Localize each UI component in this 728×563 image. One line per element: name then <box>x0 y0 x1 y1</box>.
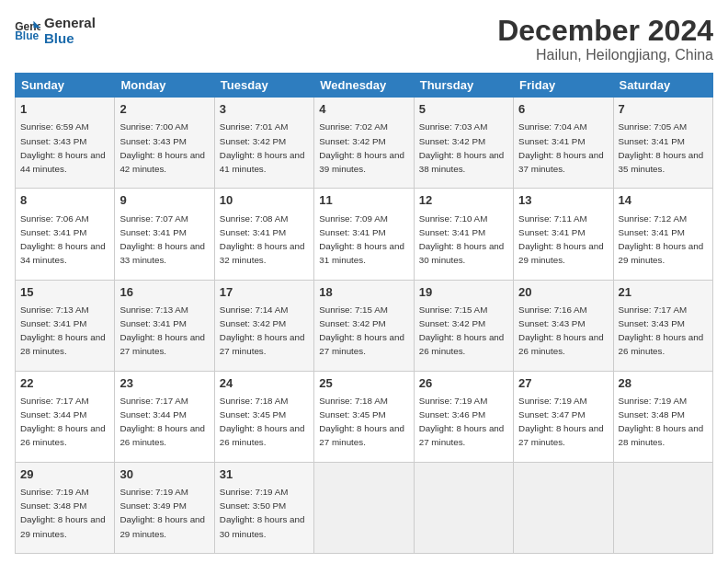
day-info: Sunrise: 7:19 AMSunset: 3:48 PMDaylight:… <box>619 396 704 448</box>
day-number: 3 <box>220 101 309 118</box>
table-row: 9 Sunrise: 7:07 AMSunset: 3:41 PMDayligh… <box>115 189 214 280</box>
day-info: Sunrise: 7:19 AMSunset: 3:46 PMDaylight:… <box>419 396 505 448</box>
table-row: 3 Sunrise: 7:01 AMSunset: 3:42 PMDayligh… <box>214 98 313 189</box>
table-row: 14 Sunrise: 7:12 AMSunset: 3:41 PMDaylig… <box>613 189 712 280</box>
day-number: 14 <box>619 192 708 209</box>
day-number: 17 <box>220 284 309 301</box>
table-row: 18 Sunrise: 7:15 AMSunset: 3:42 PMDaylig… <box>314 280 414 371</box>
main-title: December 2024 <box>497 15 713 47</box>
table-row: 5 Sunrise: 7:03 AMSunset: 3:42 PMDayligh… <box>414 98 513 189</box>
table-row: 31 Sunrise: 7:19 AMSunset: 3:50 PMDaylig… <box>214 462 313 553</box>
svg-text:Blue: Blue <box>15 29 39 41</box>
col-wednesday: Wednesday <box>314 74 414 98</box>
day-number: 18 <box>319 284 408 301</box>
day-number: 31 <box>220 466 309 483</box>
day-info: Sunrise: 7:19 AMSunset: 3:50 PMDaylight:… <box>220 487 305 539</box>
calendar-row-1: 1 Sunrise: 6:59 AMSunset: 3:43 PMDayligh… <box>16 98 713 189</box>
day-info: Sunrise: 7:06 AMSunset: 3:41 PMDaylight:… <box>20 213 106 266</box>
day-number: 21 <box>619 284 708 301</box>
table-row: 24 Sunrise: 7:18 AMSunset: 3:45 PMDaylig… <box>214 371 313 462</box>
day-number: 1 <box>20 101 109 118</box>
day-info: Sunrise: 7:17 AMSunset: 3:44 PMDaylight:… <box>20 396 106 448</box>
logo: General Blue General Blue <box>15 15 96 47</box>
day-number: 20 <box>518 284 608 301</box>
table-row: 21 Sunrise: 7:17 AMSunset: 3:43 PMDaylig… <box>613 280 712 371</box>
day-info: Sunrise: 7:14 AMSunset: 3:42 PMDaylight:… <box>220 304 305 357</box>
day-info: Sunrise: 7:15 AMSunset: 3:42 PMDaylight:… <box>319 304 404 357</box>
day-number: 16 <box>119 284 209 301</box>
calendar-table: Sunday Monday Tuesday Wednesday Thursday… <box>15 73 713 554</box>
table-row: 15 Sunrise: 7:13 AMSunset: 3:41 PMDaylig… <box>16 280 115 371</box>
day-number: 30 <box>119 466 209 483</box>
day-info: Sunrise: 7:19 AMSunset: 3:48 PMDaylight:… <box>20 487 106 539</box>
table-row: 25 Sunrise: 7:18 AMSunset: 3:45 PMDaylig… <box>314 371 414 462</box>
day-number: 28 <box>619 375 708 392</box>
table-row: 2 Sunrise: 7:00 AMSunset: 3:43 PMDayligh… <box>115 98 214 189</box>
table-row: 7 Sunrise: 7:05 AMSunset: 3:41 PMDayligh… <box>613 98 712 189</box>
header-row: Sunday Monday Tuesday Wednesday Thursday… <box>16 74 713 98</box>
table-row: 28 Sunrise: 7:19 AMSunset: 3:48 PMDaylig… <box>613 371 712 462</box>
table-row: 10 Sunrise: 7:08 AMSunset: 3:41 PMDaylig… <box>214 189 313 280</box>
table-row: 27 Sunrise: 7:19 AMSunset: 3:47 PMDaylig… <box>514 371 613 462</box>
day-info: Sunrise: 7:09 AMSunset: 3:41 PMDaylight:… <box>319 213 404 266</box>
day-number: 25 <box>319 375 408 392</box>
table-row: 1 Sunrise: 6:59 AMSunset: 3:43 PMDayligh… <box>16 98 115 189</box>
logo-general: General <box>44 15 96 30</box>
table-row: 19 Sunrise: 7:15 AMSunset: 3:42 PMDaylig… <box>414 280 513 371</box>
table-row: 11 Sunrise: 7:09 AMSunset: 3:41 PMDaylig… <box>314 189 414 280</box>
table-row <box>514 462 613 553</box>
day-info: Sunrise: 7:04 AMSunset: 3:41 PMDaylight:… <box>518 121 604 174</box>
table-row: 16 Sunrise: 7:13 AMSunset: 3:41 PMDaylig… <box>115 280 214 371</box>
table-row: 8 Sunrise: 7:06 AMSunset: 3:41 PMDayligh… <box>16 189 115 280</box>
col-friday: Friday <box>514 74 613 98</box>
table-row: 23 Sunrise: 7:17 AMSunset: 3:44 PMDaylig… <box>115 371 214 462</box>
day-number: 5 <box>419 101 508 118</box>
day-info: Sunrise: 7:07 AMSunset: 3:41 PMDaylight:… <box>119 213 205 266</box>
header: General Blue General Blue December 2024 … <box>15 15 713 63</box>
col-saturday: Saturday <box>613 74 712 98</box>
col-thursday: Thursday <box>414 74 513 98</box>
logo-blue: Blue <box>44 30 96 46</box>
day-info: Sunrise: 7:05 AMSunset: 3:41 PMDaylight:… <box>619 121 704 174</box>
day-number: 26 <box>419 375 508 392</box>
day-number: 22 <box>20 375 109 392</box>
table-row <box>414 462 513 553</box>
calendar-row-2: 8 Sunrise: 7:06 AMSunset: 3:41 PMDayligh… <box>16 189 713 280</box>
page: General Blue General Blue December 2024 … <box>0 0 728 563</box>
day-number: 19 <box>419 284 508 301</box>
day-number: 27 <box>518 375 608 392</box>
day-info: Sunrise: 7:15 AMSunset: 3:42 PMDaylight:… <box>419 304 505 357</box>
table-row: 26 Sunrise: 7:19 AMSunset: 3:46 PMDaylig… <box>414 371 513 462</box>
day-info: Sunrise: 7:18 AMSunset: 3:45 PMDaylight:… <box>220 396 305 448</box>
table-row: 6 Sunrise: 7:04 AMSunset: 3:41 PMDayligh… <box>514 98 613 189</box>
day-info: Sunrise: 7:01 AMSunset: 3:42 PMDaylight:… <box>220 121 305 174</box>
logo-icon: General Blue <box>15 19 40 41</box>
calendar-row-4: 22 Sunrise: 7:17 AMSunset: 3:44 PMDaylig… <box>16 371 713 462</box>
table-row: 20 Sunrise: 7:16 AMSunset: 3:43 PMDaylig… <box>514 280 613 371</box>
table-row: 30 Sunrise: 7:19 AMSunset: 3:49 PMDaylig… <box>115 462 214 553</box>
table-row: 4 Sunrise: 7:02 AMSunset: 3:42 PMDayligh… <box>314 98 414 189</box>
col-tuesday: Tuesday <box>214 74 313 98</box>
day-info: Sunrise: 7:13 AMSunset: 3:41 PMDaylight:… <box>119 304 205 357</box>
day-number: 10 <box>220 192 309 209</box>
day-info: Sunrise: 7:03 AMSunset: 3:42 PMDaylight:… <box>419 121 505 174</box>
table-row: 22 Sunrise: 7:17 AMSunset: 3:44 PMDaylig… <box>16 371 115 462</box>
col-sunday: Sunday <box>16 74 115 98</box>
day-info: Sunrise: 6:59 AMSunset: 3:43 PMDaylight:… <box>20 121 106 174</box>
day-info: Sunrise: 7:08 AMSunset: 3:41 PMDaylight:… <box>220 213 305 266</box>
calendar-row-5: 29 Sunrise: 7:19 AMSunset: 3:48 PMDaylig… <box>16 462 713 553</box>
day-number: 2 <box>119 101 209 118</box>
day-number: 12 <box>419 192 508 209</box>
day-number: 11 <box>319 192 408 209</box>
day-info: Sunrise: 7:16 AMSunset: 3:43 PMDaylight:… <box>518 304 604 357</box>
day-info: Sunrise: 7:19 AMSunset: 3:49 PMDaylight:… <box>119 487 205 539</box>
day-info: Sunrise: 7:00 AMSunset: 3:43 PMDaylight:… <box>119 121 205 174</box>
day-info: Sunrise: 7:17 AMSunset: 3:43 PMDaylight:… <box>619 304 704 357</box>
table-row: 29 Sunrise: 7:19 AMSunset: 3:48 PMDaylig… <box>16 462 115 553</box>
day-number: 9 <box>119 192 209 209</box>
day-number: 29 <box>20 466 109 483</box>
day-number: 6 <box>518 101 608 118</box>
subtitle: Hailun, Heilongjiang, China <box>497 47 713 63</box>
table-row: 17 Sunrise: 7:14 AMSunset: 3:42 PMDaylig… <box>214 280 313 371</box>
calendar-row-3: 15 Sunrise: 7:13 AMSunset: 3:41 PMDaylig… <box>16 280 713 371</box>
